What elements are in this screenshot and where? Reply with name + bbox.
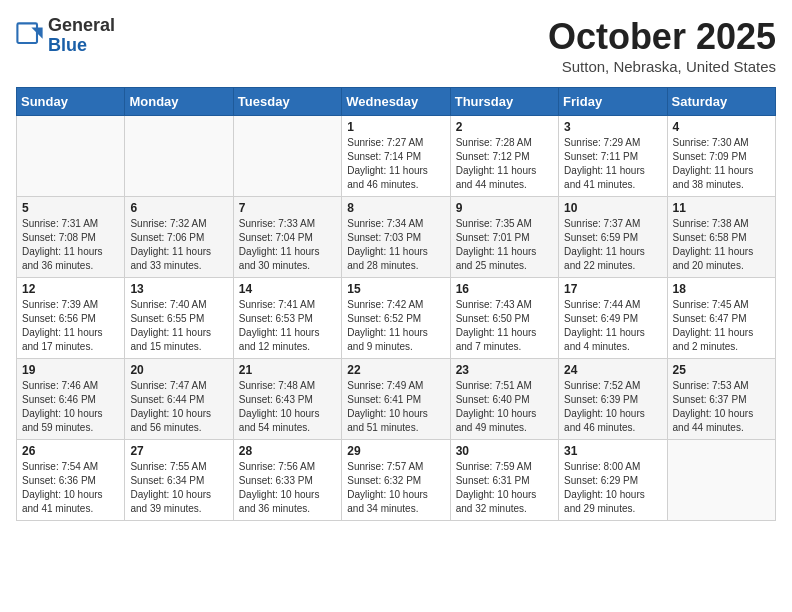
day-info: Sunrise: 7:27 AM Sunset: 7:14 PM Dayligh… [347,136,444,192]
day-info: Sunrise: 7:52 AM Sunset: 6:39 PM Dayligh… [564,379,661,435]
calendar-cell: 6Sunrise: 7:32 AM Sunset: 7:06 PM Daylig… [125,197,233,278]
day-info: Sunrise: 7:55 AM Sunset: 6:34 PM Dayligh… [130,460,227,516]
day-info: Sunrise: 8:00 AM Sunset: 6:29 PM Dayligh… [564,460,661,516]
logo-text: General Blue [48,16,115,56]
calendar-cell: 29Sunrise: 7:57 AM Sunset: 6:32 PM Dayli… [342,440,450,521]
day-number: 28 [239,444,336,458]
calendar-cell: 26Sunrise: 7:54 AM Sunset: 6:36 PM Dayli… [17,440,125,521]
calendar-cell: 25Sunrise: 7:53 AM Sunset: 6:37 PM Dayli… [667,359,775,440]
day-info: Sunrise: 7:53 AM Sunset: 6:37 PM Dayligh… [673,379,770,435]
day-number: 25 [673,363,770,377]
day-info: Sunrise: 7:47 AM Sunset: 6:44 PM Dayligh… [130,379,227,435]
day-number: 4 [673,120,770,134]
calendar-cell: 2Sunrise: 7:28 AM Sunset: 7:12 PM Daylig… [450,116,558,197]
calendar-week-row: 19Sunrise: 7:46 AM Sunset: 6:46 PM Dayli… [17,359,776,440]
calendar-cell: 7Sunrise: 7:33 AM Sunset: 7:04 PM Daylig… [233,197,341,278]
calendar-cell: 13Sunrise: 7:40 AM Sunset: 6:55 PM Dayli… [125,278,233,359]
day-info: Sunrise: 7:33 AM Sunset: 7:04 PM Dayligh… [239,217,336,273]
calendar-cell: 1Sunrise: 7:27 AM Sunset: 7:14 PM Daylig… [342,116,450,197]
calendar-cell: 24Sunrise: 7:52 AM Sunset: 6:39 PM Dayli… [559,359,667,440]
weekday-header-thursday: Thursday [450,88,558,116]
day-number: 23 [456,363,553,377]
calendar-cell: 27Sunrise: 7:55 AM Sunset: 6:34 PM Dayli… [125,440,233,521]
calendar-cell [667,440,775,521]
calendar-cell: 20Sunrise: 7:47 AM Sunset: 6:44 PM Dayli… [125,359,233,440]
day-info: Sunrise: 7:48 AM Sunset: 6:43 PM Dayligh… [239,379,336,435]
weekday-header-monday: Monday [125,88,233,116]
day-number: 3 [564,120,661,134]
day-info: Sunrise: 7:34 AM Sunset: 7:03 PM Dayligh… [347,217,444,273]
calendar-week-row: 26Sunrise: 7:54 AM Sunset: 6:36 PM Dayli… [17,440,776,521]
day-number: 16 [456,282,553,296]
day-number: 29 [347,444,444,458]
day-info: Sunrise: 7:49 AM Sunset: 6:41 PM Dayligh… [347,379,444,435]
page-header: General Blue October 2025 Sutton, Nebras… [16,16,776,75]
day-info: Sunrise: 7:37 AM Sunset: 6:59 PM Dayligh… [564,217,661,273]
day-number: 20 [130,363,227,377]
calendar-cell: 10Sunrise: 7:37 AM Sunset: 6:59 PM Dayli… [559,197,667,278]
calendar-cell: 12Sunrise: 7:39 AM Sunset: 6:56 PM Dayli… [17,278,125,359]
calendar-week-row: 1Sunrise: 7:27 AM Sunset: 7:14 PM Daylig… [17,116,776,197]
day-info: Sunrise: 7:30 AM Sunset: 7:09 PM Dayligh… [673,136,770,192]
day-info: Sunrise: 7:29 AM Sunset: 7:11 PM Dayligh… [564,136,661,192]
day-info: Sunrise: 7:32 AM Sunset: 7:06 PM Dayligh… [130,217,227,273]
calendar-cell: 11Sunrise: 7:38 AM Sunset: 6:58 PM Dayli… [667,197,775,278]
calendar-cell: 5Sunrise: 7:31 AM Sunset: 7:08 PM Daylig… [17,197,125,278]
day-number: 30 [456,444,553,458]
calendar-cell: 28Sunrise: 7:56 AM Sunset: 6:33 PM Dayli… [233,440,341,521]
location-text: Sutton, Nebraska, United States [548,58,776,75]
calendar-cell: 30Sunrise: 7:59 AM Sunset: 6:31 PM Dayli… [450,440,558,521]
day-number: 26 [22,444,119,458]
day-info: Sunrise: 7:39 AM Sunset: 6:56 PM Dayligh… [22,298,119,354]
weekday-header-row: SundayMondayTuesdayWednesdayThursdayFrid… [17,88,776,116]
day-number: 11 [673,201,770,215]
day-number: 10 [564,201,661,215]
calendar-cell: 19Sunrise: 7:46 AM Sunset: 6:46 PM Dayli… [17,359,125,440]
calendar-cell: 15Sunrise: 7:42 AM Sunset: 6:52 PM Dayli… [342,278,450,359]
day-number: 22 [347,363,444,377]
logo: General Blue [16,16,115,56]
title-block: October 2025 Sutton, Nebraska, United St… [548,16,776,75]
calendar-cell [233,116,341,197]
day-info: Sunrise: 7:57 AM Sunset: 6:32 PM Dayligh… [347,460,444,516]
calendar-cell: 31Sunrise: 8:00 AM Sunset: 6:29 PM Dayli… [559,440,667,521]
day-number: 19 [22,363,119,377]
day-info: Sunrise: 7:45 AM Sunset: 6:47 PM Dayligh… [673,298,770,354]
calendar-cell: 3Sunrise: 7:29 AM Sunset: 7:11 PM Daylig… [559,116,667,197]
day-info: Sunrise: 7:28 AM Sunset: 7:12 PM Dayligh… [456,136,553,192]
calendar-cell: 4Sunrise: 7:30 AM Sunset: 7:09 PM Daylig… [667,116,775,197]
day-number: 14 [239,282,336,296]
day-number: 27 [130,444,227,458]
day-number: 8 [347,201,444,215]
day-info: Sunrise: 7:35 AM Sunset: 7:01 PM Dayligh… [456,217,553,273]
weekday-header-saturday: Saturday [667,88,775,116]
day-number: 6 [130,201,227,215]
calendar-cell: 17Sunrise: 7:44 AM Sunset: 6:49 PM Dayli… [559,278,667,359]
day-number: 5 [22,201,119,215]
calendar-cell [125,116,233,197]
day-number: 7 [239,201,336,215]
logo-general-text: General [48,16,115,36]
calendar-week-row: 12Sunrise: 7:39 AM Sunset: 6:56 PM Dayli… [17,278,776,359]
day-info: Sunrise: 7:40 AM Sunset: 6:55 PM Dayligh… [130,298,227,354]
day-number: 31 [564,444,661,458]
calendar-table: SundayMondayTuesdayWednesdayThursdayFrid… [16,87,776,521]
day-info: Sunrise: 7:54 AM Sunset: 6:36 PM Dayligh… [22,460,119,516]
day-info: Sunrise: 7:46 AM Sunset: 6:46 PM Dayligh… [22,379,119,435]
day-number: 21 [239,363,336,377]
day-info: Sunrise: 7:41 AM Sunset: 6:53 PM Dayligh… [239,298,336,354]
calendar-cell: 9Sunrise: 7:35 AM Sunset: 7:01 PM Daylig… [450,197,558,278]
weekday-header-sunday: Sunday [17,88,125,116]
day-info: Sunrise: 7:31 AM Sunset: 7:08 PM Dayligh… [22,217,119,273]
calendar-cell [17,116,125,197]
day-number: 17 [564,282,661,296]
weekday-header-friday: Friday [559,88,667,116]
day-info: Sunrise: 7:38 AM Sunset: 6:58 PM Dayligh… [673,217,770,273]
calendar-cell: 8Sunrise: 7:34 AM Sunset: 7:03 PM Daylig… [342,197,450,278]
calendar-cell: 22Sunrise: 7:49 AM Sunset: 6:41 PM Dayli… [342,359,450,440]
day-number: 9 [456,201,553,215]
calendar-week-row: 5Sunrise: 7:31 AM Sunset: 7:08 PM Daylig… [17,197,776,278]
weekday-header-tuesday: Tuesday [233,88,341,116]
day-info: Sunrise: 7:51 AM Sunset: 6:40 PM Dayligh… [456,379,553,435]
day-info: Sunrise: 7:56 AM Sunset: 6:33 PM Dayligh… [239,460,336,516]
